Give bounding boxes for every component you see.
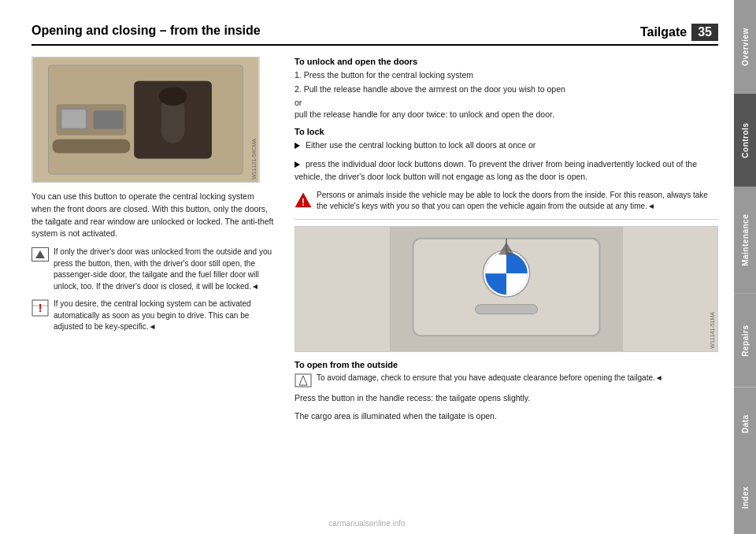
tailgate-image: W11141-51MA [295, 226, 718, 352]
tailgate-note-text: To avoid damage, check to ensure that yo… [317, 373, 663, 384]
sidebar-tab-index[interactable]: Index [734, 461, 756, 534]
warning-text: Persons or animals inside the vehicle ma… [317, 190, 718, 213]
sidebar-tab-repairs[interactable]: Repairs [734, 294, 756, 388]
lock-heading: To lock [295, 127, 718, 136]
note-icon-1 [32, 247, 49, 261]
note-icon-2: ! [32, 299, 49, 317]
door-image: W11131-54CMA [32, 57, 260, 183]
right-column: To unlock and open the doors 1. Press th… [295, 57, 718, 429]
bullet-icon-1 [295, 143, 300, 149]
pull-text: pull the release handle for any door twi… [295, 109, 718, 121]
right-sidebar: Overview Controls Maintenance Repairs Da… [734, 0, 756, 534]
sidebar-tab-overview[interactable]: Overview [734, 0, 756, 94]
door-image-label: W11131-54CMA [251, 139, 257, 180]
note-box-1: If only the driver's door was unlocked f… [32, 247, 276, 292]
right-page-title: Tailgate [640, 25, 687, 39]
left-column: W11131-54CMA You can use this button to … [32, 57, 276, 429]
left-page-title: Opening and closing – from the inside [32, 24, 261, 38]
lock-bullet-2: press the individual door lock buttons d… [295, 158, 718, 184]
page-header: Opening and closing – from the inside Ta… [32, 24, 718, 46]
lock-section: To lock Either use the central locking b… [295, 127, 718, 183]
two-columns: W11131-54CMA You can use this button to … [32, 57, 718, 429]
warning-icon: ! [295, 191, 312, 209]
tailgate-note-icon [295, 373, 312, 388]
divider [295, 219, 718, 220]
sidebar-tab-controls[interactable]: Controls [734, 94, 756, 187]
unlock-heading: To unlock and open the doors [295, 57, 718, 66]
tailgate-note-box: To avoid damage, check to ensure that yo… [295, 373, 718, 388]
sidebar-tab-data[interactable]: Data [734, 388, 756, 461]
svg-rect-7 [61, 109, 86, 128]
open-from-outside-heading: To open from the outside [295, 360, 718, 369]
lock-bullet-1: Either use the central locking button to… [295, 139, 718, 152]
tailgate-body-2: The cargo area is illuminated when the t… [295, 410, 718, 423]
svg-text:!: ! [39, 302, 43, 314]
unlock-step-2: 2. Pull the release handle above the arm… [295, 83, 718, 96]
or-text: or [295, 98, 718, 107]
svg-rect-9 [53, 139, 131, 154]
page-number-area: Tailgate 35 [640, 24, 718, 41]
svg-text:!: ! [302, 197, 305, 208]
svg-rect-8 [94, 110, 124, 129]
tailgate-image-label: W11141-51MA [710, 312, 715, 349]
unlock-list: 1. Press the button for the central lock… [295, 69, 718, 96]
note-text-1: If only the driver's door was unlocked f… [54, 247, 276, 292]
note-text-2: If you desire, the central locking syste… [54, 299, 276, 333]
page-number: 35 [691, 24, 718, 41]
unlock-step-1: 1. Press the button for the central lock… [295, 69, 718, 82]
tailgate-body-1: Press the button in the handle recess: t… [295, 392, 718, 405]
warning-box: ! Persons or animals inside the vehicle … [295, 190, 718, 213]
footer-watermark: carmanualsonline.info [0, 519, 734, 528]
bullet-icon-2 [295, 161, 300, 168]
sidebar-tab-maintenance[interactable]: Maintenance [734, 187, 756, 294]
svg-marker-23 [299, 376, 307, 385]
triangle-icon-1 [35, 250, 45, 258]
main-content: Opening and closing – from the inside Ta… [0, 0, 734, 534]
note-box-2: ! If you desire, the central locking sys… [32, 299, 276, 333]
svg-rect-19 [476, 304, 538, 313]
svg-point-4 [159, 87, 187, 106]
left-body-text: You can use this button to operate the c… [32, 191, 276, 240]
